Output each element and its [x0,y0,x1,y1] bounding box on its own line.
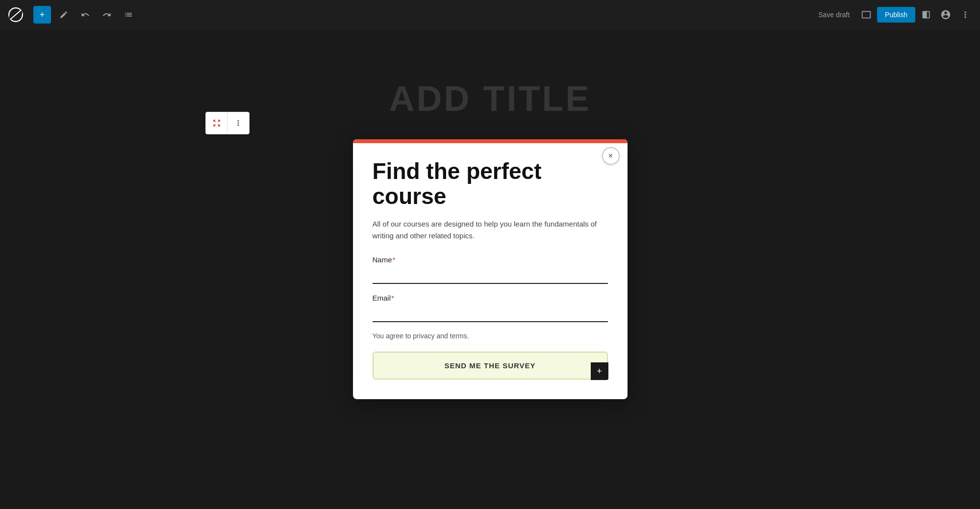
options-button[interactable] [956,6,974,24]
popup-description: All of our courses are designed to help … [373,218,608,242]
popup-overlay: × Find the perfect course All of our cou… [0,29,980,509]
popup-top-bar [353,139,628,143]
redo-button[interactable] [98,6,116,24]
name-form-group: Name* [373,255,608,284]
submit-add-button[interactable]: + [591,362,608,380]
undo-button[interactable] [76,6,94,24]
sidebar-toggle-button[interactable] [917,6,935,24]
user-avatar[interactable] [937,6,955,24]
name-input[interactable] [373,267,608,284]
editor-area: ADD TITLE × Find the perfect course All … [0,29,980,509]
popup-title: Find the perfect course [373,159,608,208]
publish-button[interactable]: Publish [877,7,915,23]
email-input[interactable] [373,305,608,322]
popup-content: Find the perfect course All of our cours… [353,143,628,399]
edit-icon-button[interactable] [55,6,73,24]
preview-button[interactable] [857,6,875,24]
email-form-group: Email* [373,294,608,322]
submit-button[interactable]: SEND ME THE SURVEY [373,352,608,380]
privacy-text: You agree to privacy and terms. [373,332,608,340]
topbar: + Save draft Publish [0,0,980,29]
submit-button-wrapper: SEND ME THE SURVEY + [373,352,608,380]
email-required: * [391,294,394,302]
add-block-button[interactable]: + [33,6,51,24]
popup-modal: × Find the perfect course All of our cou… [353,139,628,399]
name-label: Name* [373,255,608,264]
save-draft-button[interactable]: Save draft [812,7,855,23]
topbar-right: Save draft Publish [812,6,974,24]
popup-close-button[interactable]: × [602,147,620,165]
email-label: Email* [373,294,608,302]
name-required: * [393,255,396,264]
wordpress-logo [6,5,25,25]
list-view-button[interactable] [120,6,137,24]
